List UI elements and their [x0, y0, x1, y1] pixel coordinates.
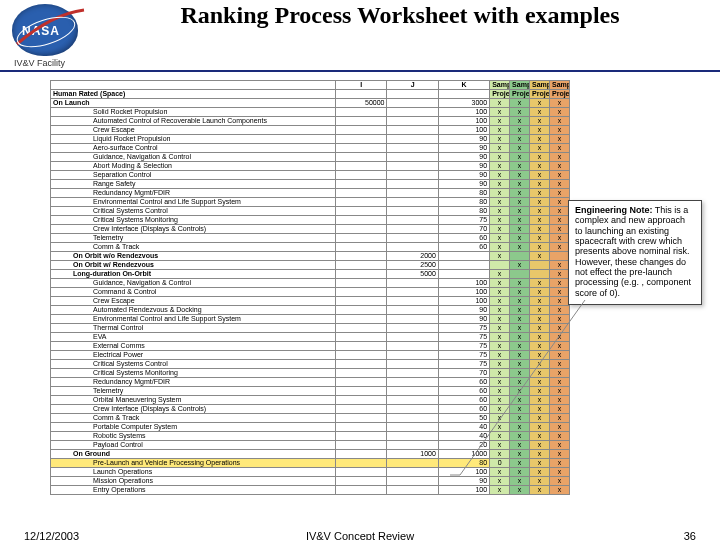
sample-cell: x: [510, 162, 530, 171]
sample-cell: x: [510, 315, 530, 324]
row-label: Guidance, Navigation & Control: [51, 153, 336, 162]
sample-cell: x: [490, 432, 510, 441]
sample-cell: x: [510, 297, 530, 306]
row-label: Entry Operations: [51, 486, 336, 495]
sample-cell: x: [530, 297, 550, 306]
sample-cell: x: [530, 342, 550, 351]
row-label: Automated Control of Recoverable Launch …: [51, 117, 336, 126]
cell-k: 75: [438, 351, 489, 360]
sample-cell: x: [510, 189, 530, 198]
table-row: Critical Systems Monitoring75xxxx: [51, 216, 570, 225]
sample-cell: x: [550, 261, 570, 270]
cell-j: 5000: [387, 270, 438, 279]
cell-j: [387, 342, 438, 351]
table-row: Crew Escape100xxxx: [51, 126, 570, 135]
table-row: Pre-Launch and Vehicle Processing Operat…: [51, 459, 570, 468]
cell-i: [336, 153, 387, 162]
cell-k: 90: [438, 477, 489, 486]
cell-k: 3000: [438, 99, 489, 108]
cell-i: [336, 387, 387, 396]
cell-i: [336, 171, 387, 180]
sample-cell: x: [530, 306, 550, 315]
sample-cell: x: [550, 369, 570, 378]
cell-k: 20: [438, 441, 489, 450]
sample-cell: [490, 261, 510, 270]
engineering-note-callout: Engineering Note: This is a complex and …: [568, 200, 702, 305]
ranking-table: IJKSampleSampleSampleSampleHuman Rated (…: [50, 80, 570, 495]
sample-cell: x: [490, 153, 510, 162]
sample-cell: x: [550, 423, 570, 432]
table-row: Crew Escape100xxxx: [51, 297, 570, 306]
cell-k: 60: [438, 387, 489, 396]
sample-cell: x: [510, 423, 530, 432]
sample-cell: x: [530, 387, 550, 396]
cell-k: 80: [438, 459, 489, 468]
sample-cell: x: [510, 234, 530, 243]
cell-k: 70: [438, 225, 489, 234]
row-label: On Launch: [51, 99, 336, 108]
sample-cell: x: [510, 135, 530, 144]
cell-k: 60: [438, 378, 489, 387]
note-title: Engineering Note:: [575, 205, 653, 215]
sample-cell: x: [510, 306, 530, 315]
sample-cell: x: [490, 117, 510, 126]
cell-i: [336, 243, 387, 252]
sample-cell: x: [490, 180, 510, 189]
sample-cell: x: [490, 225, 510, 234]
sample-cell: x: [510, 153, 530, 162]
row-label: Critical Systems Monitoring: [51, 369, 336, 378]
row-label: Aero-surface Control: [51, 144, 336, 153]
table-row: Automated Rendezvous & Docking90xxxx: [51, 306, 570, 315]
cell-i: [336, 189, 387, 198]
sample-cell: x: [510, 108, 530, 117]
sample-cell: x: [550, 297, 570, 306]
cell-i: [336, 198, 387, 207]
cell-k: 90: [438, 171, 489, 180]
sample-cell: x: [530, 441, 550, 450]
row-label: On Orbit w/ Rendezvous: [51, 261, 336, 270]
sample-cell: x: [550, 225, 570, 234]
table-row: On Ground10001000xxxx: [51, 450, 570, 459]
cell-k: 90: [438, 144, 489, 153]
cell-i: [336, 405, 387, 414]
cell-i: [336, 450, 387, 459]
cell-j: [387, 189, 438, 198]
sample-cell: x: [510, 207, 530, 216]
row-label: Comm & Track: [51, 414, 336, 423]
sample-cell: x: [550, 180, 570, 189]
sample-cell: x: [530, 153, 550, 162]
sample-cell: x: [550, 126, 570, 135]
sample-cell: x: [550, 171, 570, 180]
sample-cell: x: [510, 333, 530, 342]
sample-cell: x: [490, 324, 510, 333]
sample-cell: x: [530, 378, 550, 387]
sample-cell: x: [490, 477, 510, 486]
table-row: Abort Moding & Selection90xxxx: [51, 162, 570, 171]
cell-k: 100: [438, 279, 489, 288]
cell-j: [387, 477, 438, 486]
table-row: Redundancy Mgmt/FDIR60xxxx: [51, 378, 570, 387]
sample-col-line1: Sample: [550, 81, 570, 90]
cell-j: [387, 423, 438, 432]
sample-cell: x: [510, 225, 530, 234]
table-row: Command & Control100xxxx: [51, 288, 570, 297]
table-row: On Orbit w/o Rendezvous2000xx: [51, 252, 570, 261]
cell-i: [336, 315, 387, 324]
cell-i: [336, 144, 387, 153]
sample-cell: x: [490, 306, 510, 315]
sample-cell: x: [530, 126, 550, 135]
cell-j: [387, 297, 438, 306]
cell-i: [336, 108, 387, 117]
cell-k: 90: [438, 135, 489, 144]
table-row: Solid Rocket Propulsion100xxxx: [51, 108, 570, 117]
cell-i: [336, 126, 387, 135]
sample-cell: x: [530, 117, 550, 126]
sample-cell: [530, 261, 550, 270]
sample-cell: x: [490, 315, 510, 324]
cell-i: [336, 252, 387, 261]
row-label: Critical Systems Control: [51, 207, 336, 216]
sample-cell: x: [490, 297, 510, 306]
sample-cell: x: [530, 171, 550, 180]
cell-i: [336, 396, 387, 405]
cell-k: 60: [438, 396, 489, 405]
